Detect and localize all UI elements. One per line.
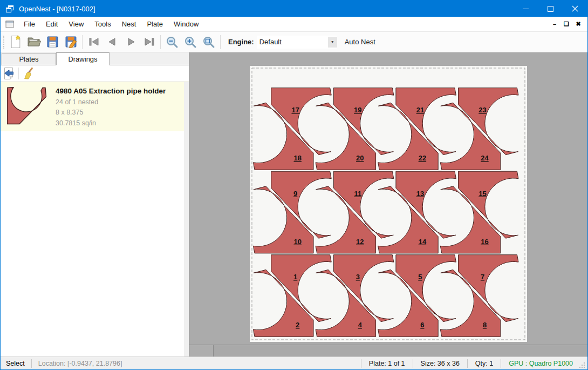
next-plate-button[interactable]	[121, 33, 140, 51]
part-number-label: 21	[416, 106, 424, 114]
toolbar-separator	[82, 35, 83, 49]
status-mode: Select	[1, 360, 31, 367]
sidebar-scrollbar[interactable]	[184, 82, 189, 356]
last-plate-icon	[143, 37, 155, 47]
part-nested-count: 24 of 1 nested	[56, 98, 166, 106]
import-drawing-icon	[3, 67, 15, 80]
part-number-label: 18	[293, 154, 301, 162]
zoom-fit-icon	[202, 36, 215, 49]
status-plate: Plate: 1 of 1	[361, 360, 413, 367]
part-number-label: 16	[481, 238, 488, 246]
mdi-window-controls: – ❏ ✖	[549, 19, 584, 30]
clear-button[interactable]	[20, 66, 37, 81]
menu-plate[interactable]: Plate	[141, 17, 168, 31]
save-button[interactable]	[43, 33, 61, 51]
import-drawing-button[interactable]	[1, 66, 17, 81]
part-number-label: 20	[356, 154, 364, 162]
part-number-label: 4	[358, 321, 363, 329]
clear-icon	[23, 67, 35, 80]
engine-value: Default	[257, 38, 328, 46]
part-number-label: 13	[416, 190, 424, 198]
close-icon	[572, 5, 578, 12]
last-plate-button[interactable]	[140, 33, 158, 51]
open-button[interactable]	[25, 33, 43, 51]
zoom-out-icon	[166, 36, 179, 49]
part-number-label: 9	[293, 190, 297, 198]
zoom-fit-button[interactable]	[200, 33, 218, 51]
mdi-minimize-button[interactable]: –	[549, 19, 560, 30]
save-as-button[interactable]	[61, 33, 80, 51]
zoom-out-button[interactable]	[163, 33, 181, 51]
part-number-label: 2	[296, 321, 299, 329]
part-number-label: 3	[356, 273, 360, 281]
part-thumbnail	[7, 87, 47, 125]
opennest-window: OpenNest - [N0317-002] File Edit View To…	[0, 0, 588, 370]
part-number-label: 1	[293, 273, 297, 281]
menu-tools[interactable]: Tools	[89, 17, 116, 31]
previous-plate-button[interactable]	[103, 33, 121, 51]
menu-edit[interactable]: Edit	[40, 17, 63, 31]
part-number-label: 12	[356, 238, 364, 246]
part-number-label: 11	[354, 190, 361, 198]
close-button[interactable]	[563, 1, 587, 17]
nesting-canvas[interactable]: 171819202122232491011121314151612345678	[189, 52, 587, 356]
mdi-restore-button[interactable]: ❏	[560, 19, 572, 30]
part-number-label: 5	[418, 273, 422, 281]
mdi-document-icon[interactable]	[5, 21, 14, 28]
part-number-label: 23	[478, 106, 486, 114]
title-bar: OpenNest - [N0317-002]	[1, 1, 587, 17]
previous-plate-icon	[106, 37, 119, 47]
mdi-close-button[interactable]: ✖	[572, 19, 584, 30]
menu-window[interactable]: Window	[168, 17, 204, 31]
part-number-label: 6	[420, 321, 424, 329]
engine-combobox[interactable]: Default ▾	[257, 36, 337, 49]
maximize-icon	[548, 6, 553, 12]
part-info: 4980 A05 Extraction pipe holder 24 of 1 …	[56, 86, 166, 127]
minimize-icon	[523, 6, 529, 12]
canvas-horizontal-scrollbar[interactable]	[189, 345, 587, 356]
auto-nest-button[interactable]: Auto Nest	[339, 35, 381, 49]
app-icon	[5, 4, 14, 13]
tab-strip: Plates Drawings	[1, 52, 189, 65]
part-title: 4980 A05 Extraction pipe holder	[56, 87, 166, 95]
toolbar-separator	[220, 35, 221, 49]
part-number-label: 15	[478, 190, 486, 198]
status-location: Location: [-0.9437, 21.8796]	[32, 360, 129, 367]
first-plate-button[interactable]	[85, 33, 103, 51]
status-qty: Qty: 1	[468, 360, 501, 367]
part-number-label: 8	[483, 321, 487, 329]
part-number-label: 22	[419, 154, 426, 162]
open-folder-icon	[27, 36, 41, 48]
menu-view[interactable]: View	[63, 17, 89, 31]
status-size: Size: 36 x 36	[413, 360, 467, 367]
status-bar: Select Location: [-0.9437, 21.8796] Plat…	[1, 356, 587, 369]
part-number-label: 10	[293, 238, 301, 246]
new-file-icon	[10, 35, 22, 49]
zoom-in-button[interactable]	[181, 33, 200, 51]
menu-file[interactable]: File	[18, 17, 40, 31]
main-toolbar: Engine: Default ▾ Auto Nest	[1, 32, 587, 52]
scrollbar-thumb[interactable]	[189, 345, 214, 356]
save-icon	[46, 36, 59, 48]
part-number-label: 24	[481, 154, 489, 162]
part-area: 30.7815 sq/in	[56, 119, 166, 127]
first-plate-icon	[88, 37, 100, 47]
resize-grip[interactable]	[578, 361, 586, 369]
maximize-button[interactable]	[538, 1, 563, 17]
part-number-label: 17	[291, 106, 299, 114]
chevron-down-icon[interactable]: ▾	[328, 37, 337, 48]
engine-label: Engine:	[228, 38, 254, 46]
drawing-list-item[interactable]: 4980 A05 Extraction pipe holder 24 of 1 …	[1, 82, 189, 131]
minimize-button[interactable]	[513, 1, 538, 17]
drawings-toolbar	[1, 65, 189, 82]
status-right-group: Plate: 1 of 1 Size: 36 x 36 Qty: 1 GPU :…	[361, 357, 587, 369]
menu-nest[interactable]: Nest	[117, 17, 142, 31]
part-number-label: 19	[354, 106, 361, 114]
tab-plates[interactable]: Plates	[2, 53, 56, 65]
new-file-button[interactable]	[6, 33, 25, 51]
part-dimensions: 8 x 8.375	[56, 109, 166, 116]
next-plate-icon	[125, 37, 137, 47]
zoom-in-icon	[184, 36, 197, 49]
toolbar-separator	[18, 68, 19, 79]
tab-drawings[interactable]: Drawings	[56, 52, 110, 65]
